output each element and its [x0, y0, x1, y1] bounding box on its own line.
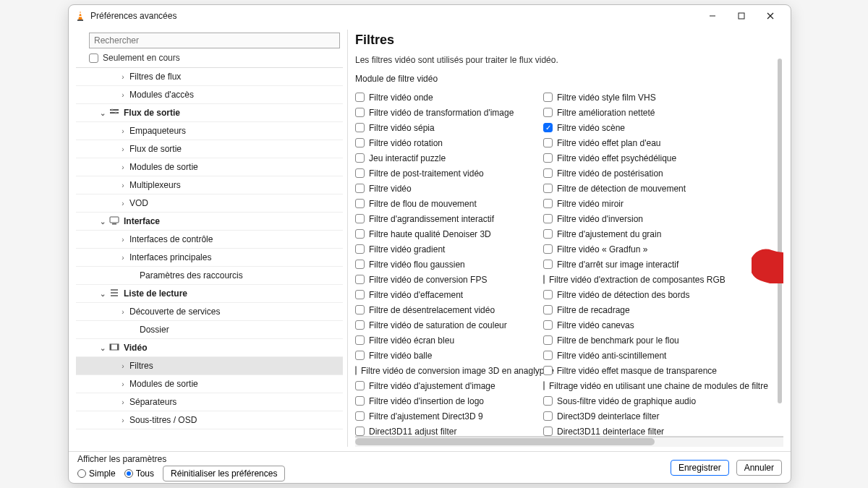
tree-row[interactable]: ⌄Flux de sortie — [76, 104, 343, 122]
filter-checkbox[interactable]: Filtre vidéo style film VHS — [543, 90, 717, 105]
filter-checkbox[interactable]: Sous-filtre vidéo de graphique audio — [543, 393, 717, 408]
tree-row[interactable]: ⌄Interface — [76, 213, 343, 231]
tree-row[interactable]: ›Sous-titres / OSD — [76, 411, 343, 429]
tree-row[interactable]: Dossier — [76, 321, 343, 339]
filter-checkbox[interactable]: Filtre vidéo de transformation d'image — [355, 105, 529, 120]
reset-button[interactable]: Réinitialiser les préférences — [163, 466, 285, 481]
filter-checkbox[interactable]: Filtre vidéo d'extraction de composantes… — [543, 272, 717, 287]
search-input[interactable] — [89, 33, 340, 48]
tree-row[interactable]: ›Flux de sortie — [76, 140, 343, 158]
filter-checkbox[interactable]: Filtre vidéo effet psychédélique — [543, 150, 717, 166]
filter-checkbox[interactable]: Filtre vidéo « Gradfun » — [543, 241, 717, 257]
tree-row[interactable]: Paramètres des raccourcis — [76, 267, 343, 285]
filter-checkbox[interactable]: Filtre vidéo balle — [355, 348, 529, 363]
filter-checkbox[interactable]: Filtre vidéo d'effacement — [355, 287, 529, 302]
tree-row[interactable]: ›VOD — [76, 194, 343, 213]
checkbox-icon — [355, 168, 365, 178]
minimize-button[interactable] — [698, 6, 727, 26]
tree-row[interactable]: ⌄Liste de lecture — [76, 285, 343, 303]
radio-all[interactable]: Tous — [124, 468, 154, 479]
maximize-button[interactable] — [727, 6, 756, 26]
tree-row-label: Dossier — [140, 325, 169, 335]
filter-label: Direct3D11 deinterlace filter — [557, 427, 664, 437]
radio-simple[interactable]: Simple — [77, 468, 116, 479]
filter-checkbox[interactable]: Jeu interactif puzzle — [355, 150, 529, 166]
checkbox-icon — [543, 123, 553, 132]
checkbox-icon — [355, 123, 365, 132]
filter-checkbox[interactable]: Filtre vidéo de détection des bords — [543, 287, 717, 302]
category-tree[interactable]: ›Filtres de flux›Modules d'accès⌄Flux de… — [76, 67, 343, 447]
filter-label: Filtre de post-traitement vidéo — [369, 168, 484, 179]
tree-row[interactable]: ›Interfaces de contrôle — [76, 231, 343, 249]
filter-checkbox[interactable]: Filtre vidéo d'insertion de logo — [355, 393, 529, 408]
filter-checkbox[interactable]: Filtre vidéo onde — [355, 90, 529, 105]
horizontal-scrollbar[interactable] — [355, 437, 783, 447]
filter-checkbox[interactable]: Filtre vidéo effet masque de transparenc… — [543, 363, 717, 378]
filter-checkbox[interactable]: Filtre haute qualité Denoiser 3D — [355, 226, 529, 241]
filter-label: Filtre vidéo d'insertion de logo — [369, 396, 484, 406]
filter-checkbox[interactable]: Filtre vidéo effet plan d'eau — [543, 135, 717, 150]
filter-scroll-area[interactable]: Filtre vidéo ondeFiltre vidéo de transfo… — [355, 90, 783, 437]
filter-checkbox[interactable]: Filtre de désentrelacement vidéo — [355, 302, 529, 317]
filter-checkbox[interactable]: Filtre vidéo rotation — [355, 135, 529, 150]
filter-checkbox[interactable]: Filtre de post-traitement vidéo — [355, 166, 529, 181]
filter-checkbox[interactable]: Filtre vidéo miroir — [543, 196, 717, 211]
filter-checkbox[interactable]: Filtre vidéo — [355, 181, 529, 196]
checkbox-icon — [355, 335, 365, 345]
filter-checkbox[interactable]: Filtre amélioration netteté — [543, 105, 717, 120]
tree-row[interactable]: ›Multiplexeurs — [76, 176, 343, 194]
svg-rect-19 — [117, 344, 119, 350]
cancel-button[interactable]: Annuler — [736, 460, 782, 476]
filter-checkbox[interactable]: Filtre d'agrandissement interactif — [355, 211, 529, 226]
filter-checkbox[interactable]: Filtre de benchmark pour le flou — [543, 333, 717, 348]
filter-checkbox[interactable]: Filtre vidéo de conversion image 3D en a… — [355, 363, 529, 378]
svg-point-11 — [115, 111, 117, 114]
filter-checkbox[interactable]: Direct3D9 deinterlace filter — [543, 408, 717, 424]
filter-checkbox[interactable]: Filtre vidéo d'ajustement d'image — [355, 378, 529, 393]
filter-checkbox[interactable]: Filtre vidéo sépia — [355, 120, 529, 135]
tree-row[interactable]: ›Modules de sortie — [76, 158, 343, 176]
tree-row[interactable]: ›Découverte de services — [76, 303, 343, 321]
close-button[interactable] — [756, 6, 785, 26]
tree-row[interactable]: ›Modules de sortie — [76, 375, 343, 393]
section-subheading: Module de filtre vidéo — [355, 74, 783, 84]
checkbox-icon — [543, 168, 553, 178]
filter-checkbox[interactable]: Filtre vidéo flou gaussien — [355, 257, 529, 272]
svg-rect-12 — [110, 217, 119, 223]
filter-checkbox[interactable]: Direct3D11 adjust filter — [355, 424, 529, 437]
filter-label: Filtre d'ajustement Direct3D 9 — [369, 411, 483, 421]
filter-checkbox[interactable]: Filtre vidéo de postérisation — [543, 166, 717, 181]
filter-checkbox[interactable]: Filtre de recadrage — [543, 302, 717, 317]
filter-checkbox[interactable]: Filtrage vidéo en utilisant une chaine d… — [543, 378, 717, 393]
vertical-scrollbar[interactable] — [778, 59, 782, 403]
filter-checkbox[interactable]: Filtre vidéo d'inversion — [543, 211, 717, 226]
filter-checkbox[interactable]: Filtre d'arrêt sur image interactif — [543, 257, 717, 272]
filter-checkbox[interactable]: Filtre vidéo scène — [543, 120, 717, 135]
tree-row[interactable]: ›Séparateurs — [76, 393, 343, 411]
tree-row[interactable]: ⌄Vidéo — [76, 339, 343, 357]
filter-checkbox[interactable]: Filtre vidéo écran bleu — [355, 333, 529, 348]
chevron-icon: › — [116, 127, 129, 135]
save-button[interactable]: Enregistrer — [671, 460, 729, 476]
filter-checkbox[interactable]: Filtre de flou de mouvement — [355, 196, 529, 211]
tree-row[interactable]: ›Modules d'accès — [76, 86, 343, 104]
filter-checkbox[interactable]: Filtre vidéo gradient — [355, 241, 529, 257]
tree-row[interactable]: ›Empaqueteurs — [76, 122, 343, 140]
filter-checkbox[interactable]: Filtre de détection de mouvement — [543, 181, 717, 196]
filter-label: Filtre vidéo écran bleu — [369, 335, 454, 346]
filter-checkbox[interactable]: Direct3D11 deinterlace filter — [543, 424, 717, 437]
filter-checkbox[interactable]: Filtre vidéo anti-scintillement — [543, 348, 717, 363]
tree-row[interactable]: ›Interfaces principales — [76, 249, 343, 267]
filter-checkbox[interactable]: Filtre vidéo de conversion FPS — [355, 272, 529, 287]
tree-row-label: Filtres de flux — [129, 72, 181, 82]
filter-checkbox[interactable]: Filtre vidéo canevas — [543, 317, 717, 333]
filter-checkbox[interactable]: Filtre d'ajustement Direct3D 9 — [355, 408, 529, 424]
filter-checkbox[interactable]: Filtre d'ajustement du grain — [543, 226, 717, 241]
only-current-checkbox[interactable]: Seulement en cours — [89, 53, 343, 63]
tree-row[interactable]: ›Filtres — [76, 357, 343, 375]
tree-row[interactable]: ›Filtres de flux — [76, 68, 343, 86]
filter-checkbox[interactable]: Filtre vidéo de saturation de couleur — [355, 317, 529, 333]
filter-label: Filtre vidéo style film VHS — [557, 93, 656, 103]
filter-label: Filtre vidéo gradient — [369, 244, 445, 254]
filter-label: Filtre vidéo « Gradfun » — [557, 244, 647, 254]
